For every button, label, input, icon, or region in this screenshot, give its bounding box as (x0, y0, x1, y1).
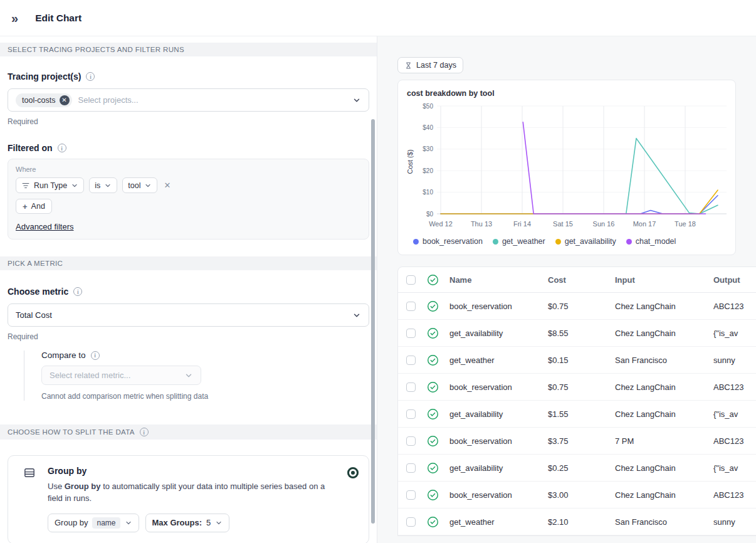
max-groups-button[interactable]: Max Groups: 5 (145, 514, 230, 532)
cell-cost: $3.75 (548, 436, 615, 446)
col-cost[interactable]: Cost (548, 275, 615, 285)
filter-lines-icon (21, 181, 30, 190)
cell-name: book_reservation (449, 302, 548, 311)
svg-text:Tue 18: Tue 18 (675, 220, 696, 228)
compare-metric-select[interactable]: Select related metric... (41, 366, 201, 385)
cell-input: San Francisco (615, 517, 713, 527)
max-groups-label: Max Groups: (152, 518, 202, 527)
compare-note: Cannot add comparison metric when splitt… (41, 392, 369, 401)
filter-value-dropdown[interactable]: tool (122, 177, 157, 193)
section-header-metric: PICK A METRIC (0, 256, 377, 270)
metric-select[interactable]: Total Cost (8, 303, 369, 327)
cell-cost: $3.00 (548, 490, 615, 500)
info-icon[interactable] (73, 287, 82, 296)
time-range-label: Last 7 days (416, 61, 456, 70)
info-icon[interactable] (91, 351, 100, 360)
cell-name: book_reservation (449, 490, 548, 500)
legend-item[interactable]: book_reservation (413, 237, 483, 246)
select-all-checkbox[interactable] (406, 275, 416, 285)
svg-text:$0: $0 (426, 211, 434, 218)
legend-label: get_availability (565, 237, 616, 246)
required-hint: Required (8, 117, 369, 126)
filtered-on-label-text: Filtered on (8, 143, 53, 153)
row-checkbox[interactable] (406, 517, 416, 527)
svg-text:Sat 15: Sat 15 (553, 220, 573, 228)
tracing-projects-label-text: Tracing project(s) (8, 71, 81, 82)
cell-output: ABC123 (713, 382, 756, 392)
col-output[interactable]: Output (713, 275, 756, 285)
table-row[interactable]: book_reservation$3.757 PMABC123 (398, 428, 756, 455)
row-checkbox[interactable] (406, 356, 416, 365)
cell-name: get_weather (449, 356, 548, 365)
table-row[interactable]: get_weather$2.10San Franciscosunny (398, 509, 756, 535)
group-by-icon (23, 467, 36, 479)
row-checkbox[interactable] (406, 382, 416, 392)
success-status-icon (427, 489, 439, 501)
project-chip: tool-costs (16, 93, 72, 107)
table-row[interactable]: get_weather$0.15San Franciscosunny (398, 347, 756, 374)
row-checkbox[interactable] (406, 409, 416, 419)
table-row[interactable]: get_availability$8.55Chez LangChain{"is_… (398, 320, 756, 347)
tracing-projects-label: Tracing project(s) (8, 71, 369, 82)
group-by-card[interactable]: Group by Use Group by to automatically s… (8, 455, 369, 543)
col-name[interactable]: Name (449, 275, 548, 285)
table-body: book_reservation$0.75Chez LangChainABC12… (398, 293, 756, 535)
compare-to-label: Compare to (41, 351, 369, 360)
page-title: Edit Chart (35, 13, 81, 24)
legend-item[interactable]: get_availability (555, 237, 616, 246)
success-status-icon (427, 327, 439, 339)
chevron-down-icon (104, 182, 112, 189)
table-row[interactable]: book_reservation$0.75Chez LangChainABC12… (398, 293, 756, 320)
filter-field-dropdown[interactable]: Run Type (16, 177, 84, 193)
svg-text:Wed 12: Wed 12 (429, 220, 453, 228)
desc-prefix: Use (48, 482, 65, 491)
row-checkbox[interactable] (406, 490, 416, 500)
required-hint: Required (8, 332, 369, 341)
table-row[interactable]: book_reservation$0.75Chez LangChainABC12… (398, 374, 756, 401)
add-and-filter-button[interactable]: And (16, 199, 52, 214)
row-checkbox[interactable] (406, 329, 416, 338)
cell-cost: $0.25 (548, 463, 615, 473)
info-icon[interactable] (86, 72, 95, 81)
advanced-filters-link[interactable]: Advanced filters (16, 222, 74, 231)
where-label: Where (16, 166, 361, 173)
filter-field-value: Run Type (34, 181, 67, 190)
legend-label: chat_model (636, 237, 676, 246)
compare-metric-placeholder: Select related metric... (50, 371, 130, 380)
svg-text:Fri 14: Fri 14 (513, 220, 531, 228)
info-icon[interactable] (58, 144, 66, 152)
chevron-down-icon (352, 96, 361, 105)
remove-project-icon[interactable] (60, 95, 70, 105)
remove-filter-icon[interactable] (162, 181, 172, 190)
info-icon[interactable] (140, 428, 149, 436)
legend-item[interactable]: chat_model (626, 237, 676, 246)
legend-dot (626, 239, 632, 245)
section-header-label: CHOOSE HOW TO SPLIT THE DATA (8, 428, 135, 436)
legend-dot (555, 239, 561, 245)
table-row[interactable]: get_availability$0.25Chez LangChain{"is_… (398, 455, 756, 482)
preview-panel: Last 7 days cost breakdown by tool $0$10… (377, 36, 756, 543)
runs-table: Name Cost Input Output book_reservation$… (397, 266, 756, 536)
row-checkbox[interactable] (406, 436, 416, 446)
table-row[interactable]: book_reservation$3.00Chez LangChainABC12… (398, 482, 756, 509)
left-panel-scrollbar[interactable] (371, 119, 375, 524)
table-row[interactable]: get_availability$1.55Chez LangChain{"is_… (398, 401, 756, 428)
row-checkbox[interactable] (406, 463, 416, 473)
table-header: Name Cost Input Output (398, 267, 756, 293)
row-checkbox[interactable] (406, 302, 416, 311)
filter-operator-dropdown[interactable]: is (89, 177, 117, 193)
hourglass-icon (404, 61, 412, 70)
group-by-radio-selected[interactable] (347, 467, 359, 478)
group-by-field-button[interactable]: Group by name (48, 514, 139, 532)
time-range-chip[interactable]: Last 7 days (397, 57, 463, 73)
plus-icon (23, 202, 28, 211)
app-header: » Edit Chart (0, 0, 756, 36)
projects-select[interactable]: tool-costs Select projects... (8, 88, 369, 112)
legend-item[interactable]: get_weather (493, 237, 545, 246)
legend-dot (493, 239, 498, 245)
chevrons-right-icon[interactable]: » (11, 12, 18, 24)
metric-section: Choose metric Total Cost Required Compar… (0, 287, 377, 401)
group-by-description: Use Group by to automatically split your… (48, 481, 331, 505)
svg-text:$30: $30 (423, 145, 433, 152)
col-input[interactable]: Input (615, 275, 713, 285)
